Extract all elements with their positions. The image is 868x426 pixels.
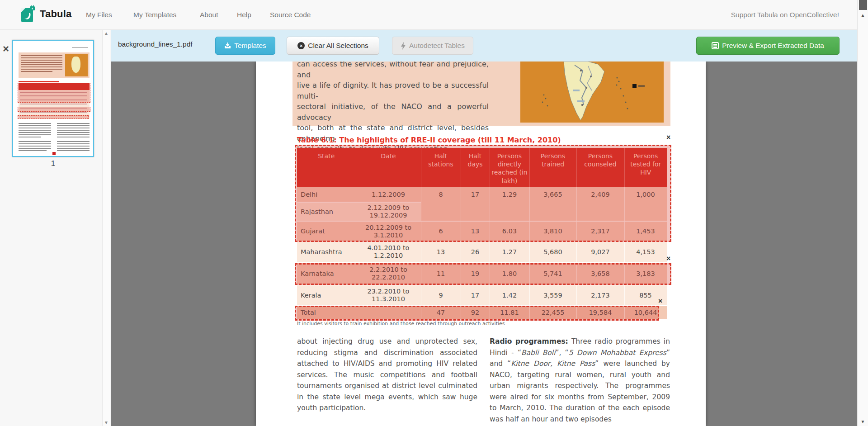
table-caption: Table 6.1: The highlights of RRE-II cove… [297, 136, 561, 144]
navbar: Tabula My Files My Templates About Help … [0, 0, 868, 30]
delete-selection-3-icon[interactable]: × [658, 298, 662, 305]
clear-all-selections-button[interactable]: × Clear All Selections [287, 37, 379, 55]
table-row: Kerala23.2.2010 to 11.3.2010 917 1.423,5… [297, 285, 667, 306]
window-scrollbar[interactable]: ▲ ▼ [857, 0, 868, 426]
template-import-icon [224, 43, 231, 49]
export-button-label: Preview & Export Extracted Data [722, 42, 824, 50]
autodetect-button-label: Autodetect Tables [409, 42, 465, 50]
thumb-selection-3 [18, 115, 89, 119]
nav-my-files[interactable]: My Files [86, 0, 112, 30]
clear-button-label: Clear All Selections [308, 42, 368, 50]
autodetect-tables-button[interactable]: Autodetect Tables [392, 37, 473, 55]
templates-button[interactable]: Templates [215, 37, 275, 55]
scrollbar-up-icon[interactable]: ▲ [858, 13, 868, 18]
main-panel: background_lines_1.pdf Templates × Clear… [111, 30, 857, 426]
nav-source-code[interactable]: Source Code [270, 0, 311, 30]
tabula-logo-icon [21, 5, 35, 23]
table-selection-3[interactable] [295, 306, 659, 321]
intro-text-block: can access the services, without fear an… [292, 62, 670, 126]
brand-title[interactable]: Tabula [40, 8, 71, 20]
thumb-page-badge [52, 152, 56, 155]
scroll-up-icon[interactable]: ▲ [103, 31, 110, 36]
list-alt-icon [712, 42, 719, 49]
sidebar-page-list: × [0, 30, 111, 426]
delete-selection-1-icon[interactable]: × [666, 134, 670, 141]
flash-icon [401, 42, 406, 50]
table-row: Maharashtra4.01.2010 to 1.2.2010 1326 1.… [297, 241, 667, 262]
toolbar: background_lines_1.pdf Templates × Clear… [111, 30, 857, 62]
thumbnail-page-number: 1 [12, 159, 94, 168]
nav-support-link[interactable]: Support Tabula on OpenCollective! [731, 0, 839, 30]
pdf-canvas-area: can access the services, without fear an… [111, 62, 857, 426]
thumb-selection-1 [18, 83, 90, 103]
thumb-intro-block [19, 52, 90, 78]
table-footnote: It includes visitors to train exhibition… [297, 321, 505, 327]
thumb-header-line [72, 47, 88, 48]
brand[interactable]: Tabula [21, 5, 71, 23]
scroll-down-icon[interactable]: ▼ [103, 420, 110, 425]
pdf-page[interactable]: can access the services, without fear an… [256, 62, 706, 426]
body-left-paragraph: about injecting drug use and unprotected… [297, 336, 477, 414]
remove-circle-icon: × [297, 42, 305, 49]
scrollbar-down-icon[interactable]: ▼ [858, 419, 868, 424]
sidebar-scrollbar[interactable]: ▲ ▼ [102, 30, 110, 426]
thumb-map [65, 54, 88, 76]
nav-help[interactable]: Help [237, 0, 251, 30]
app-body: × [0, 30, 868, 426]
document-filename: background_lines_1.pdf [118, 40, 193, 48]
body-right-paragraph: Radio programmes: Three radio programmes… [490, 336, 670, 425]
templates-button-label: Templates [234, 42, 266, 50]
table-selection-2[interactable] [295, 263, 671, 285]
preview-export-button[interactable]: Preview & Export Extracted Data [696, 37, 840, 55]
thumb-table-title [19, 81, 59, 82]
delete-selection-2-icon[interactable]: × [666, 255, 670, 262]
page-thumbnail[interactable] [12, 40, 94, 157]
scrollbar-thumb[interactable] [859, 0, 867, 10]
nav-my-templates[interactable]: My Templates [133, 0, 176, 30]
thumb-selection-2 [18, 107, 90, 112]
remove-page-icon[interactable]: × [3, 43, 9, 54]
india-route-map [520, 62, 664, 123]
nav-about[interactable]: About [200, 0, 218, 30]
table-selection-1[interactable] [295, 145, 671, 242]
